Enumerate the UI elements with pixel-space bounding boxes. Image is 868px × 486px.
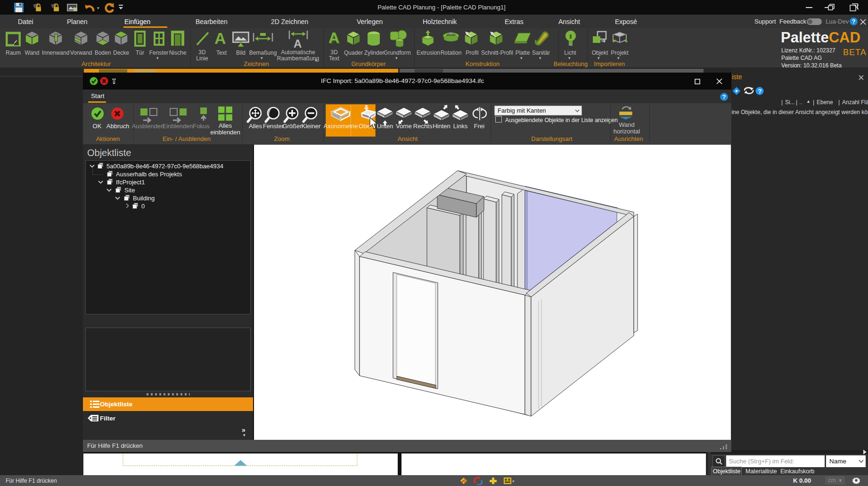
svg-text:?: ? <box>758 88 762 95</box>
svg-text:▾: ▾ <box>512 479 515 484</box>
svg-text:A: A <box>294 37 302 49</box>
svg-text:▾: ▾ <box>97 6 99 10</box>
